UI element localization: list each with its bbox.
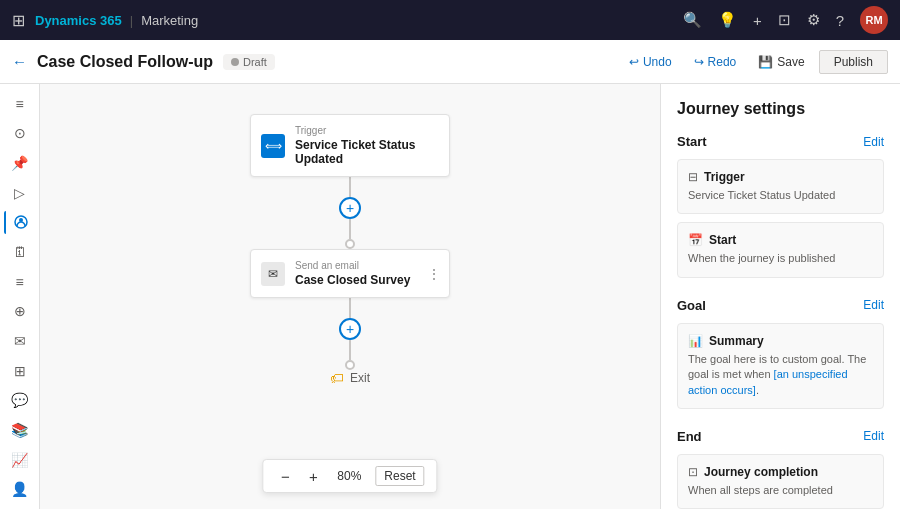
summary-card-icon: 📊 [688, 334, 703, 348]
connector-line-3 [349, 298, 351, 318]
back-button[interactable]: ← [12, 53, 27, 70]
trigger-card-label: Trigger [704, 170, 745, 184]
start-edit-button[interactable]: Edit [863, 135, 884, 149]
email-node[interactable]: ✉ Send an email Case Closed Survey ⋮ [250, 249, 450, 298]
sidebar-item-contacts[interactable] [4, 211, 36, 235]
sidebar-item-recent[interactable]: ⊙ [4, 122, 36, 146]
zoom-out-button[interactable]: − [275, 466, 295, 486]
email-node-header: Send an email [295, 260, 435, 271]
help-icon[interactable]: ? [836, 12, 844, 29]
connector-line-1 [349, 177, 351, 197]
trigger-node[interactable]: ⟺ Trigger Service Ticket Status Updated [250, 114, 450, 177]
trigger-node-title: Service Ticket Status Updated [295, 138, 435, 166]
redo-button[interactable]: ↪ Redo [686, 51, 745, 73]
start-section-title: Start [677, 134, 707, 149]
sidebar-item-menu[interactable]: ≡ [4, 92, 36, 116]
connector-1: + [339, 177, 361, 249]
goal-edit-button[interactable]: Edit [863, 298, 884, 312]
trigger-node-header: Trigger [295, 125, 435, 136]
end-section: End Edit ⊡ Journey completion When all s… [677, 429, 884, 509]
avatar[interactable]: RM [860, 6, 888, 34]
brand-name: Dynamics 365 [35, 13, 122, 28]
sidebar-item-chat[interactable]: 💬 [4, 388, 36, 412]
trigger-card: ⊟ Trigger Service Ticket Status Updated [677, 159, 884, 214]
connector-line-4 [349, 340, 351, 360]
completion-card-label: Journey completion [704, 465, 818, 479]
exit-node: 🏷 Exit [330, 370, 370, 386]
sidebar-item-analytics[interactable]: ⊕ [4, 299, 36, 323]
brand: Dynamics 365 | Marketing [35, 13, 198, 28]
summary-card-label: Summary [709, 334, 764, 348]
start-section: Start Edit ⊟ Trigger Service Ticket Stat… [677, 134, 884, 278]
save-button[interactable]: 💾 Save [750, 51, 812, 73]
add-step-button-1[interactable]: + [339, 197, 361, 219]
sidebar-item-email[interactable]: ✉ [4, 329, 36, 353]
goal-section-header: Goal Edit [677, 298, 884, 313]
canvas: ⟺ Trigger Service Ticket Status Updated … [40, 84, 660, 509]
brand-separator: | [130, 13, 133, 28]
summary-card: 📊 Summary The goal here is to custom goa… [677, 323, 884, 409]
left-sidebar: ≡ ⊙ 📌 ▷ 🗓 ≡ ⊕ ✉ ⊞ 💬 📚 📈 👤 [0, 84, 40, 509]
trigger-card-icon: ⊟ [688, 170, 698, 184]
undo-icon: ↩ [629, 55, 639, 69]
settings-icon[interactable]: ⚙ [807, 11, 820, 29]
second-nav: ← Case Closed Follow-up Draft ↩ Undo ↪ R… [0, 40, 900, 84]
sidebar-item-reports[interactable]: 📈 [4, 448, 36, 472]
draft-label: Draft [243, 56, 267, 68]
zoom-controls: − + 80% Reset [262, 459, 437, 493]
add-step-button-2[interactable]: + [339, 318, 361, 340]
start-card: 📅 Start When the journey is published [677, 222, 884, 277]
connector-line-2 [349, 219, 351, 239]
trigger-card-text: Service Ticket Status Updated [688, 188, 873, 203]
zoom-in-button[interactable]: + [303, 466, 323, 486]
trigger-card-row: ⊟ Trigger [688, 170, 873, 184]
trigger-node-icon: ⟺ [261, 134, 285, 158]
zoom-reset-button[interactable]: Reset [375, 466, 424, 486]
end-section-header: End Edit [677, 429, 884, 444]
connector-circle-1 [345, 239, 355, 249]
app-grid-icon[interactable]: ⊞ [12, 11, 25, 30]
start-card-text: When the journey is published [688, 251, 873, 266]
lightbulb-icon[interactable]: 💡 [718, 11, 737, 29]
undo-button[interactable]: ↩ Undo [621, 51, 680, 73]
add-icon[interactable]: + [753, 12, 762, 29]
sidebar-item-forms[interactable]: ⊞ [4, 359, 36, 383]
start-card-row: 📅 Start [688, 233, 873, 247]
sidebar-item-segments[interactable]: 🗓 [4, 240, 36, 264]
publish-button[interactable]: Publish [819, 50, 888, 74]
completion-card: ⊡ Journey completion When all steps are … [677, 454, 884, 509]
redo-icon: ↪ [694, 55, 704, 69]
sidebar-item-list[interactable]: ≡ [4, 270, 36, 294]
filter-icon[interactable]: ⊡ [778, 11, 791, 29]
goal-section-title: Goal [677, 298, 706, 313]
sidebar-item-play[interactable]: ▷ [4, 181, 36, 205]
connector-2: + [339, 298, 361, 370]
sidebar-item-library[interactable]: 📚 [4, 418, 36, 442]
main-layout: ≡ ⊙ 📌 ▷ 🗓 ≡ ⊕ ✉ ⊞ 💬 📚 📈 👤 ⟺ Trigger Serv… [0, 84, 900, 509]
search-icon[interactable]: 🔍 [683, 11, 702, 29]
nav-icons: 🔍 💡 + ⊡ ⚙ ? RM [683, 6, 888, 34]
completion-card-row: ⊡ Journey completion [688, 465, 873, 479]
end-edit-button[interactable]: Edit [863, 429, 884, 443]
sidebar-item-people[interactable]: 👤 [4, 477, 36, 501]
connector-circle-2 [345, 360, 355, 370]
brand-module: Marketing [141, 13, 198, 28]
goal-section: Goal Edit 📊 Summary The goal here is to … [677, 298, 884, 409]
goal-link[interactable]: [an unspecified action occurs] [688, 368, 848, 395]
completion-card-text: When all steps are completed [688, 483, 873, 498]
draft-badge: Draft [223, 54, 275, 70]
summary-card-text: The goal here is to custom goal. The goa… [688, 352, 873, 398]
start-card-icon: 📅 [688, 233, 703, 247]
email-node-icon: ✉ [261, 262, 285, 286]
email-node-more-button[interactable]: ⋮ [427, 266, 441, 282]
sidebar-item-pinned[interactable]: 📌 [4, 151, 36, 175]
completion-card-icon: ⊡ [688, 465, 698, 479]
email-node-title: Case Closed Survey [295, 273, 435, 287]
toolbar: ↩ Undo ↪ Redo 💾 Save Publish [621, 50, 888, 74]
start-card-label: Start [709, 233, 736, 247]
right-panel: Journey settings Start Edit ⊟ Trigger Se… [660, 84, 900, 509]
summary-card-row: 📊 Summary [688, 334, 873, 348]
start-section-header: Start Edit [677, 134, 884, 149]
exit-label: Exit [350, 371, 370, 385]
panel-title: Journey settings [677, 100, 884, 118]
